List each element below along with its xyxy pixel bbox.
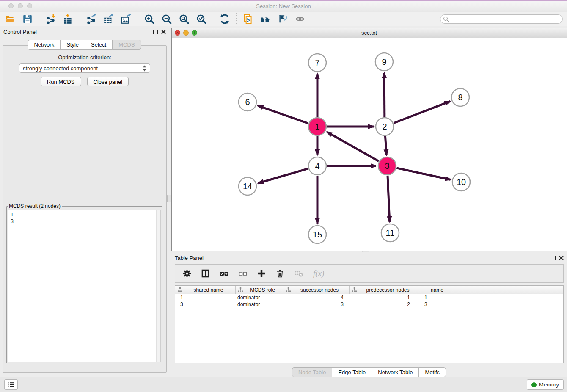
table-cell[interactable]: 3 xyxy=(284,301,350,308)
export-network-icon[interactable] xyxy=(85,13,97,25)
result-scrollbar[interactable] xyxy=(156,210,160,362)
search-icon xyxy=(443,16,449,22)
column-header-successor-nodes[interactable]: successor nodes xyxy=(284,286,350,294)
deselect-all-checkboxes-icon[interactable] xyxy=(237,268,249,279)
tab-network[interactable]: Network xyxy=(28,40,61,50)
delete-table-icon[interactable] xyxy=(293,268,305,279)
zoom-fit-icon[interactable] xyxy=(178,13,190,25)
graph-node-7[interactable]: 7 xyxy=(308,54,326,72)
graph-node-3[interactable]: 3 xyxy=(378,157,396,175)
table-cell[interactable]: dominator xyxy=(236,294,284,301)
column-header-predecessor-nodes[interactable]: predecessor nodes xyxy=(350,286,420,294)
node-table-body: 1dominator4113dominator323 xyxy=(175,294,563,308)
table-row[interactable]: 1dominator411 xyxy=(175,294,563,301)
columns-icon[interactable] xyxy=(200,268,212,279)
delete-row-icon[interactable] xyxy=(274,268,286,279)
clone-network-icon[interactable] xyxy=(242,13,254,25)
node-table-header-row: shared nameMCDS rolesuccessor nodesprede… xyxy=(175,286,563,294)
table-cell[interactable]: 4 xyxy=(284,294,350,301)
table-cell[interactable]: 3 xyxy=(175,301,236,308)
network-window-titlebar[interactable]: × − + scc.txt xyxy=(172,28,567,38)
tab-style[interactable]: Style xyxy=(60,40,85,50)
close-table-panel-icon[interactable] xyxy=(559,256,564,260)
table-row[interactable]: 3dominator323 xyxy=(175,301,563,308)
export-table-icon[interactable] xyxy=(103,13,115,25)
node-table[interactable]: shared nameMCDS rolesuccessor nodesprede… xyxy=(175,285,564,363)
task-history-button[interactable] xyxy=(4,379,18,390)
float-table-panel-icon[interactable] xyxy=(551,256,556,260)
refresh-layout-icon[interactable] xyxy=(219,13,231,25)
tab-motifs[interactable]: Motifs xyxy=(418,367,446,377)
tab-network-table[interactable]: Network Table xyxy=(372,367,419,377)
node-label: 1 xyxy=(315,122,319,131)
table-panel-title: Table Panel xyxy=(175,255,204,261)
graph-node-10[interactable]: 10 xyxy=(452,173,470,191)
function-builder-icon[interactable]: f(x) xyxy=(311,268,328,279)
import-network-icon[interactable] xyxy=(45,13,57,25)
export-image-icon[interactable] xyxy=(120,13,132,25)
node-label: 10 xyxy=(457,177,466,187)
toolbar-separator xyxy=(138,13,138,25)
edge-4-14[interactable] xyxy=(258,168,308,183)
memory-button[interactable]: Memory xyxy=(527,379,564,390)
main-toolbar xyxy=(0,12,567,26)
add-row-icon[interactable] xyxy=(256,268,267,279)
node-label: 6 xyxy=(245,97,250,107)
graph-node-11[interactable]: 11 xyxy=(381,224,399,242)
tab-mcds[interactable]: MCDS xyxy=(112,40,141,50)
float-panel-icon[interactable] xyxy=(153,30,158,34)
zoom-in-icon[interactable] xyxy=(143,13,155,25)
import-table-icon[interactable] xyxy=(62,13,74,25)
table-cell[interactable]: 1 xyxy=(420,294,456,301)
search-input[interactable] xyxy=(440,14,563,24)
edge-3-1[interactable] xyxy=(327,132,379,161)
graph-node-15[interactable]: 15 xyxy=(308,226,326,243)
run-mcds-button[interactable]: Run MCDS xyxy=(41,77,81,86)
mcds-result-box[interactable]: 13 xyxy=(8,210,161,362)
control-panel: Control Panel NetworkStyleSelectMCDS Opt… xyxy=(0,26,169,377)
column-header-mcds-role[interactable]: MCDS role xyxy=(236,286,284,294)
table-cell[interactable]: 1 xyxy=(350,294,420,301)
edge-2-8[interactable] xyxy=(394,101,450,123)
settings-gear-icon[interactable] xyxy=(181,268,193,279)
home-icon[interactable] xyxy=(259,13,271,25)
open-session-icon[interactable] xyxy=(4,13,16,25)
node-label: 2 xyxy=(382,122,387,131)
tab-edge-table[interactable]: Edge Table xyxy=(332,367,372,377)
table-cell[interactable]: 2 xyxy=(350,301,420,308)
select-all-checkboxes-icon[interactable] xyxy=(218,268,230,279)
graph-node-8[interactable]: 8 xyxy=(451,88,469,106)
edge-3-10[interactable] xyxy=(396,168,450,180)
network-canvas[interactable]: 1234678910111415 xyxy=(172,38,567,251)
toolbar-separator xyxy=(236,13,237,25)
node-label: 7 xyxy=(315,58,319,67)
graph-node-6[interactable]: 6 xyxy=(239,93,256,111)
column-header-name[interactable]: name xyxy=(420,286,456,294)
graph-node-4[interactable]: 4 xyxy=(308,157,326,175)
graph-node-9[interactable]: 9 xyxy=(375,53,393,71)
flag-icon[interactable] xyxy=(277,13,289,25)
edge-1-6[interactable] xyxy=(258,106,308,124)
edge-3-11[interactable] xyxy=(388,176,390,222)
network-window-title: scc.txt xyxy=(172,30,567,36)
table-cell[interactable]: dominator xyxy=(236,301,284,308)
close-panel-icon[interactable] xyxy=(161,30,166,34)
graph-node-1[interactable]: 1 xyxy=(308,118,326,135)
optimization-criterion-label: Optimization criterion: xyxy=(3,54,166,61)
edge-2-9[interactable] xyxy=(384,73,385,117)
optimization-criterion-select[interactable]: strongly connected component xyxy=(19,63,150,73)
graph-node-14[interactable]: 14 xyxy=(239,177,256,195)
table-cell[interactable]: 3 xyxy=(420,301,456,308)
zoom-selected-icon[interactable] xyxy=(195,13,207,25)
column-header-shared-name[interactable]: shared name xyxy=(175,286,236,294)
edge-2-3[interactable] xyxy=(385,136,386,155)
eye-icon[interactable] xyxy=(294,13,306,25)
graph-node-2[interactable]: 2 xyxy=(376,118,394,135)
tab-select[interactable]: Select xyxy=(85,40,113,50)
tab-node-table[interactable]: Node Table xyxy=(292,367,333,377)
close-panel-button[interactable]: Close panel xyxy=(87,77,129,86)
save-session-icon[interactable] xyxy=(22,13,33,25)
mcds-result-line: 1 xyxy=(11,211,160,218)
table-cell[interactable]: 1 xyxy=(175,294,236,301)
zoom-out-icon[interactable] xyxy=(161,13,173,25)
